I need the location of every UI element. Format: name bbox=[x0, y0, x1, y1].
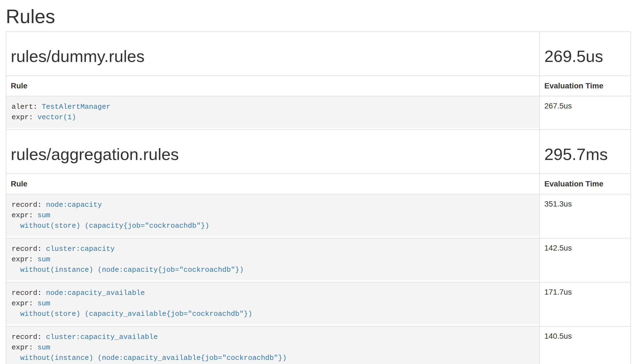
rule-group-name-cell: rules/dummy.rules bbox=[6, 32, 540, 76]
rule-keyword: expr: bbox=[12, 255, 37, 264]
rule-evaluation-time: 142.5us bbox=[540, 238, 631, 282]
column-header-row: Rule Evaluation Time bbox=[6, 174, 631, 194]
rule-row: record: node:capacity_available expr: su… bbox=[6, 282, 631, 326]
rule-link[interactable]: node:capacity_available bbox=[46, 289, 145, 297]
rule-group-time-cell: 295.7ms bbox=[540, 130, 631, 174]
rule-row: record: cluster:capacity expr: sum witho… bbox=[6, 238, 631, 282]
rule-evaluation-time: 267.5us bbox=[540, 96, 631, 130]
rule-group-time-cell: 269.5us bbox=[540, 32, 631, 76]
rule-cell: alert: TestAlertManager expr: vector(1) bbox=[6, 96, 540, 130]
rule-evaluation-time: 171.7us bbox=[540, 282, 631, 326]
rules-table: rules/dummy.rules 269.5us Rule Evaluatio… bbox=[6, 31, 631, 364]
rule-row: record: cluster:capacity_available expr:… bbox=[6, 326, 631, 364]
rule-cell: record: node:capacity expr: sum without(… bbox=[6, 194, 540, 238]
rule-row: record: node:capacity expr: sum without(… bbox=[6, 194, 631, 238]
rule-link[interactable]: vector(1) bbox=[37, 113, 76, 121]
rule-evaluation-time: 351.3us bbox=[540, 194, 631, 238]
rule-cell: record: cluster:capacity_available expr:… bbox=[6, 326, 540, 364]
rule-column-header: Rule bbox=[6, 174, 540, 194]
rule-definition: record: cluster:capacity expr: sum witho… bbox=[6, 238, 539, 280]
rule-keyword: expr: bbox=[12, 113, 37, 121]
rule-keyword: record: bbox=[12, 289, 46, 297]
rule-row: alert: TestAlertManager expr: vector(1) … bbox=[6, 96, 631, 130]
rule-keyword: expr: bbox=[12, 343, 37, 352]
rule-keyword: expr: bbox=[12, 211, 37, 219]
page-title: Rules bbox=[6, 6, 631, 27]
rule-keyword: expr: bbox=[12, 299, 37, 308]
rule-keyword: record: bbox=[12, 245, 46, 253]
rule-link[interactable]: cluster:capacity_available bbox=[46, 333, 158, 341]
rule-group-file: rules/aggregation.rules bbox=[11, 145, 535, 164]
rule-definition: record: cluster:capacity_available expr:… bbox=[6, 327, 539, 364]
rule-group-header-row: rules/aggregation.rules 295.7ms bbox=[6, 130, 631, 174]
rule-link[interactable]: sum without(instance) (node:capacity_ava… bbox=[12, 343, 287, 362]
rule-link[interactable]: sum without(instance) (node:capacity{job… bbox=[12, 255, 244, 274]
rule-evaluation-time: 140.5us bbox=[540, 326, 631, 364]
rule-group-file: rules/dummy.rules bbox=[11, 47, 535, 66]
column-header-row: Rule Evaluation Time bbox=[6, 76, 631, 96]
rule-group-evaluation-time: 269.5us bbox=[544, 47, 626, 66]
rule-group-header-row: rules/dummy.rules 269.5us bbox=[6, 32, 631, 76]
rule-keyword: record: bbox=[12, 201, 46, 209]
rule-group-name-cell: rules/aggregation.rules bbox=[6, 130, 540, 174]
rule-keyword: alert: bbox=[12, 103, 42, 111]
rule-definition: alert: TestAlertManager expr: vector(1) bbox=[6, 96, 539, 128]
evaluation-time-column-header: Evaluation Time bbox=[540, 76, 631, 96]
rule-keyword: record: bbox=[12, 333, 46, 341]
rule-definition: record: node:capacity expr: sum without(… bbox=[6, 194, 539, 236]
rule-group-evaluation-time: 295.7ms bbox=[544, 145, 626, 164]
rule-link[interactable]: cluster:capacity bbox=[46, 245, 115, 253]
rules-page: Rules rules/dummy.rules 269.5us Rule Eva… bbox=[6, 6, 631, 364]
rule-cell: record: node:capacity_available expr: su… bbox=[6, 282, 540, 326]
evaluation-time-column-header: Evaluation Time bbox=[540, 174, 631, 194]
rule-column-header: Rule bbox=[6, 76, 540, 96]
rule-definition: record: node:capacity_available expr: su… bbox=[6, 282, 539, 324]
rule-link[interactable]: sum without(store) (capacity_available{j… bbox=[12, 299, 252, 318]
rule-link[interactable]: sum without(store) (capacity{job="cockro… bbox=[12, 211, 209, 230]
rule-link[interactable]: TestAlertManager bbox=[42, 103, 110, 111]
rule-link[interactable]: node:capacity bbox=[46, 201, 102, 209]
rule-cell: record: cluster:capacity expr: sum witho… bbox=[6, 238, 540, 282]
